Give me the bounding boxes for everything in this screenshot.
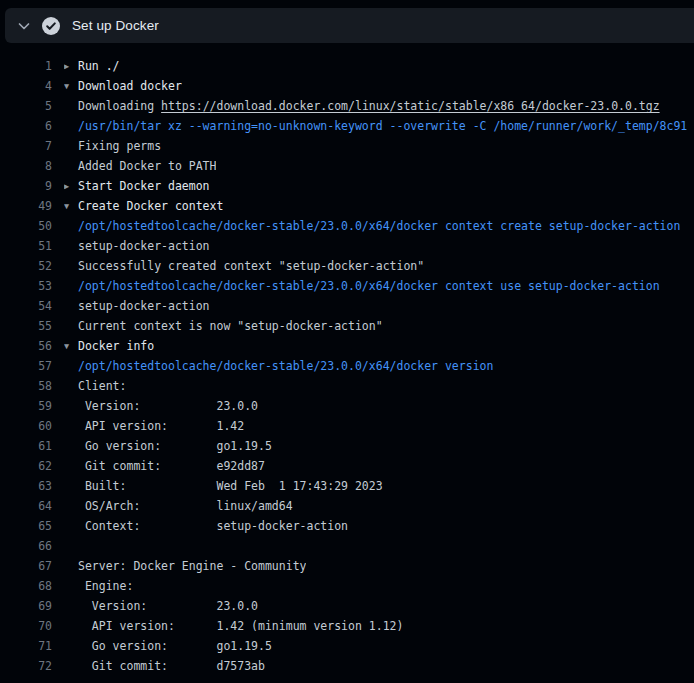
log-line-62: 62 Git commit: e92dd87 bbox=[0, 456, 694, 476]
log-line-56[interactable]: 56▼Docker info bbox=[0, 336, 694, 356]
line-number[interactable]: 49 bbox=[0, 196, 52, 216]
log-line-content: Fixing perms bbox=[64, 136, 161, 156]
line-number[interactable]: 62 bbox=[0, 456, 52, 476]
log-line-7: 7Fixing perms bbox=[0, 136, 694, 156]
log-line-70: 70 API version: 1.42 (minimum version 1.… bbox=[0, 616, 694, 636]
triangle-down-icon[interactable]: ▼ bbox=[64, 76, 78, 96]
log-line-content: Current context is now "setup-docker-act… bbox=[64, 316, 383, 336]
log-line-54: 54setup-docker-action bbox=[0, 296, 694, 316]
log-line-66: 66 bbox=[0, 536, 694, 556]
log-line-60: 60 API version: 1.42 bbox=[0, 416, 694, 436]
log-line-content: Go version: go1.19.5 bbox=[64, 636, 272, 656]
log-line-content: OS/Arch: linux/amd64 bbox=[64, 496, 293, 516]
log-line-content: setup-docker-action bbox=[64, 236, 210, 256]
line-number[interactable]: 61 bbox=[0, 436, 52, 456]
log-line-65: 65 Context: setup-docker-action bbox=[0, 516, 694, 536]
log-line-59: 59 Version: 23.0.0 bbox=[0, 396, 694, 416]
line-number[interactable]: 68 bbox=[0, 576, 52, 596]
log-line-5: 5Downloading https://download.docker.com… bbox=[0, 96, 694, 116]
line-number[interactable]: 52 bbox=[0, 256, 52, 276]
triangle-right-icon[interactable]: ▶ bbox=[64, 56, 78, 76]
line-number[interactable]: 63 bbox=[0, 476, 52, 496]
line-number[interactable]: 55 bbox=[0, 316, 52, 336]
log-line-55: 55Current context is now "setup-docker-a… bbox=[0, 316, 694, 336]
line-number[interactable]: 56 bbox=[0, 336, 52, 356]
log-line-4[interactable]: 4▼Download docker bbox=[0, 76, 694, 96]
group-title: Create Docker context bbox=[78, 199, 223, 213]
log-line-8: 8Added Docker to PATH bbox=[0, 156, 694, 176]
check-circle-icon bbox=[42, 17, 60, 35]
download-url-link[interactable]: https://download.docker.com/linux/static… bbox=[161, 99, 660, 113]
line-number[interactable]: 7 bbox=[0, 136, 52, 156]
log-line-content: setup-docker-action bbox=[64, 296, 210, 316]
line-number[interactable]: 72 bbox=[0, 656, 52, 676]
log-line-58: 58Client: bbox=[0, 376, 694, 396]
line-number[interactable]: 50 bbox=[0, 216, 52, 236]
line-number[interactable]: 51 bbox=[0, 236, 52, 256]
command-text: /opt/hostedtoolcache/docker-stable/23.0.… bbox=[78, 279, 660, 293]
group-header-content: ▼Download docker bbox=[64, 76, 182, 96]
command-text: /opt/hostedtoolcache/docker-stable/23.0.… bbox=[78, 219, 680, 233]
triangle-down-icon[interactable]: ▼ bbox=[64, 336, 78, 356]
line-number[interactable]: 64 bbox=[0, 496, 52, 516]
log-text: Git commit: d7573ab bbox=[78, 659, 265, 673]
log-line-content bbox=[64, 536, 78, 556]
chevron-down-icon[interactable] bbox=[16, 18, 32, 34]
log-text: Engine: bbox=[78, 579, 133, 593]
group-header-content: ▶Start Docker daemon bbox=[64, 176, 210, 196]
step-header[interactable]: Set up Docker bbox=[5, 8, 694, 43]
line-number[interactable]: 59 bbox=[0, 396, 52, 416]
log-text: API version: 1.42 (minimum version 1.12) bbox=[78, 619, 403, 633]
line-number[interactable]: 71 bbox=[0, 636, 52, 656]
line-number[interactable]: 54 bbox=[0, 296, 52, 316]
log-line-content: API version: 1.42 bbox=[64, 416, 244, 436]
line-number[interactable]: 57 bbox=[0, 356, 52, 376]
log-line-71: 71 Go version: go1.19.5 bbox=[0, 636, 694, 656]
log-text: Current context is now "setup-docker-act… bbox=[78, 319, 383, 333]
log-line-9[interactable]: 9▶Start Docker daemon bbox=[0, 176, 694, 196]
group-title: Start Docker daemon bbox=[78, 179, 210, 193]
log-text: Client: bbox=[78, 379, 126, 393]
log-text: Server: Docker Engine - Community bbox=[78, 559, 306, 573]
line-number[interactable]: 1 bbox=[0, 56, 52, 76]
line-number[interactable]: 9 bbox=[0, 176, 52, 196]
line-number[interactable]: 69 bbox=[0, 596, 52, 616]
log-line-49[interactable]: 49▼Create Docker context bbox=[0, 196, 694, 216]
log-line-content: Git commit: e92dd87 bbox=[64, 456, 265, 476]
log-text: OS/Arch: linux/amd64 bbox=[78, 499, 293, 513]
log-line-1[interactable]: 1▶Run ./ bbox=[0, 56, 694, 76]
line-number[interactable]: 58 bbox=[0, 376, 52, 396]
line-number[interactable]: 66 bbox=[0, 536, 52, 556]
triangle-down-icon[interactable]: ▼ bbox=[64, 196, 78, 216]
log-line-content: Go version: go1.19.5 bbox=[64, 436, 272, 456]
line-number[interactable]: 8 bbox=[0, 156, 52, 176]
log-text: Downloading bbox=[78, 99, 161, 113]
log-text: Version: 23.0.0 bbox=[78, 399, 258, 413]
log-text: Go version: go1.19.5 bbox=[78, 439, 272, 453]
line-number[interactable]: 67 bbox=[0, 556, 52, 576]
log-line-content: /opt/hostedtoolcache/docker-stable/23.0.… bbox=[64, 356, 493, 376]
log-line-69: 69 Version: 23.0.0 bbox=[0, 596, 694, 616]
log-text: Context: setup-docker-action bbox=[78, 519, 348, 533]
log-line-67: 67Server: Docker Engine - Community bbox=[0, 556, 694, 576]
line-number[interactable]: 65 bbox=[0, 516, 52, 536]
line-number[interactable]: 60 bbox=[0, 416, 52, 436]
log-line-content: /opt/hostedtoolcache/docker-stable/23.0.… bbox=[64, 276, 660, 296]
line-number[interactable]: 70 bbox=[0, 616, 52, 636]
group-header-content: ▼Docker info bbox=[64, 336, 154, 356]
log-line-72: 72 Git commit: d7573ab bbox=[0, 656, 694, 676]
line-number[interactable]: 6 bbox=[0, 116, 52, 136]
group-title: Run ./ bbox=[78, 59, 120, 73]
log-line-68: 68 Engine: bbox=[0, 576, 694, 596]
line-number[interactable]: 4 bbox=[0, 76, 52, 96]
log-line-content: Server: Docker Engine - Community bbox=[64, 556, 306, 576]
log-line-63: 63 Built: Wed Feb 1 17:43:29 2023 bbox=[0, 476, 694, 496]
line-number[interactable]: 53 bbox=[0, 276, 52, 296]
log-lines: 1▶Run ./4▼Download docker5Downloading ht… bbox=[0, 43, 694, 676]
log-text: API version: 1.42 bbox=[78, 419, 244, 433]
triangle-right-icon[interactable]: ▶ bbox=[64, 176, 78, 196]
group-title: Docker info bbox=[78, 339, 154, 353]
command-text: /opt/hostedtoolcache/docker-stable/23.0.… bbox=[78, 359, 493, 373]
log-line-content: /usr/bin/tar xz --warning=no-unknown-key… bbox=[64, 116, 687, 136]
line-number[interactable]: 5 bbox=[0, 96, 52, 116]
